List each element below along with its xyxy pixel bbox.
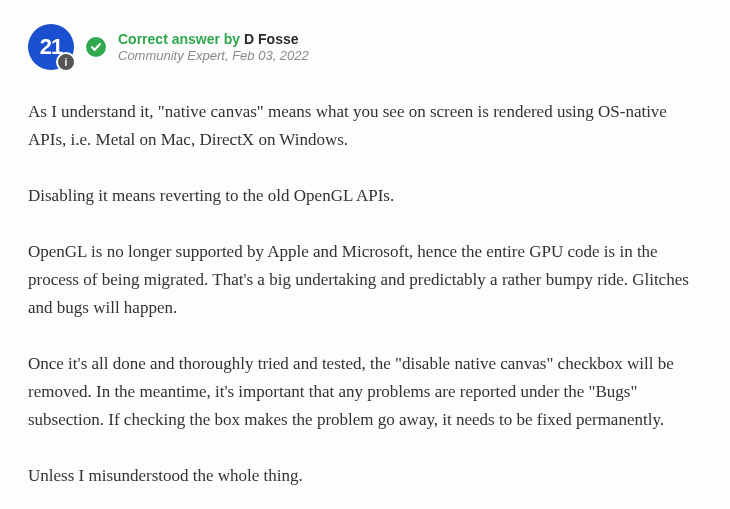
author-link[interactable]: D Fosse: [244, 31, 298, 47]
avatar-wrap[interactable]: 21 i: [28, 24, 74, 70]
avatar-corner-text: i: [65, 57, 68, 68]
post-header: 21 i Correct answer by D Fosse Community…: [28, 24, 702, 70]
post-body: As I understand it, "native canvas" mean…: [28, 98, 702, 490]
body-paragraph: Once it's all done and thoroughly tried …: [28, 350, 702, 434]
post-date: Feb 03, 2022: [232, 48, 309, 63]
correct-answer-line: Correct answer by D Fosse: [118, 31, 309, 47]
info-icon: i: [56, 52, 76, 72]
check-icon: [86, 37, 106, 57]
body-paragraph: Disabling it means reverting to the old …: [28, 182, 702, 210]
answer-post: 21 i Correct answer by D Fosse Community…: [0, 0, 730, 509]
author-meta: Community Expert, Feb 03, 2022: [118, 48, 309, 63]
body-paragraph: OpenGL is no longer supported by Apple a…: [28, 238, 702, 322]
author-role: Community Expert: [118, 48, 225, 63]
correct-prefix: Correct answer by: [118, 31, 244, 47]
body-paragraph: Unless I misunderstood the whole thing.: [28, 462, 702, 490]
post-meta: Correct answer by D Fosse Community Expe…: [118, 31, 309, 63]
body-paragraph: As I understand it, "native canvas" mean…: [28, 98, 702, 154]
